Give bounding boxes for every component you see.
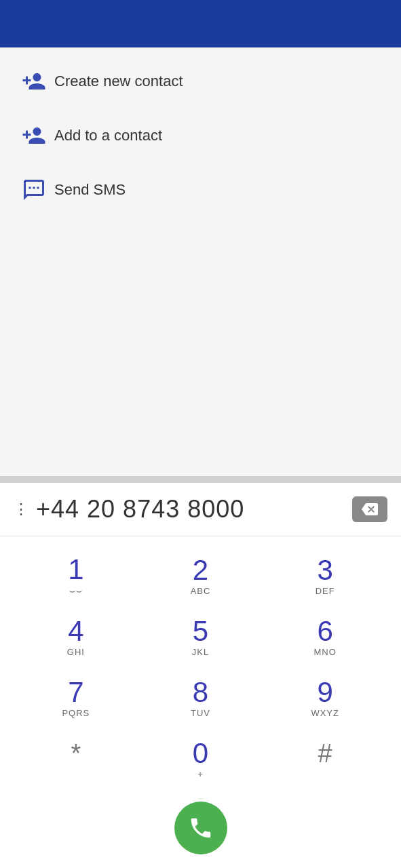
key-8[interactable]: 8 TUV (138, 666, 263, 727)
key-0-number: 0 (193, 739, 208, 768)
keypad: 1 ⌣⌣ 2 ABC 3 DEF 4 GHI 5 JKL 6 MNO 7 PQR… (0, 536, 401, 795)
key-8-number: 8 (193, 678, 208, 707)
phone-number-display: +44 20 8743 8000 (36, 495, 345, 524)
key-6-number: 6 (317, 617, 332, 646)
key-2[interactable]: 2 ABC (138, 543, 263, 605)
add-to-contact-label: Add to a contact (54, 127, 162, 144)
add-to-contact-item[interactable]: Add to a contact (0, 108, 401, 163)
menu-area: Create new contact Add to a contact Send… (0, 47, 401, 476)
key-star-number: * (71, 741, 81, 766)
key-hash-number: # (318, 741, 332, 766)
key-7-number: 7 (68, 678, 83, 707)
key-2-letters: ABC (191, 586, 211, 597)
section-divider (0, 476, 401, 483)
key-1[interactable]: 1 ⌣⌣ (14, 543, 138, 605)
key-3-number: 3 (317, 556, 332, 585)
key-6-letters: MNO (313, 647, 336, 658)
create-new-contact-item[interactable]: Create new contact (0, 54, 401, 108)
create-new-contact-label: Create new contact (54, 73, 183, 90)
key-4[interactable]: 4 GHI (14, 605, 138, 666)
more-options-icon[interactable]: ⋮ (14, 500, 29, 518)
key-2-number: 2 (193, 556, 208, 585)
key-9-number: 9 (317, 678, 332, 707)
key-3-letters: DEF (316, 586, 335, 597)
key-star[interactable]: * (14, 727, 138, 788)
key-3[interactable]: 3 DEF (263, 543, 387, 605)
send-sms-label: Send SMS (54, 181, 126, 199)
key-7[interactable]: 7 PQRS (14, 666, 138, 727)
key-4-number: 4 (68, 617, 83, 646)
backspace-button[interactable] (352, 496, 387, 522)
key-4-letters: GHI (67, 647, 85, 658)
key-5[interactable]: 5 JKL (138, 605, 263, 666)
key-0[interactable]: 0 + (138, 727, 263, 788)
key-1-number: 1 (68, 555, 83, 584)
key-5-number: 5 (193, 617, 208, 646)
add-to-contact-icon (14, 123, 54, 148)
call-button-row (0, 795, 401, 868)
key-5-letters: JKL (192, 647, 209, 658)
key-0-letters: + (197, 769, 204, 780)
dialer-area: ⋮ +44 20 8743 8000 1 ⌣⌣ 2 ABC 3 DEF 4 GH… (0, 483, 401, 868)
add-person-icon (14, 69, 54, 94)
status-bar (0, 0, 401, 47)
call-button[interactable] (174, 802, 227, 854)
send-sms-item[interactable]: Send SMS (0, 163, 401, 217)
key-hash[interactable]: # (263, 727, 387, 788)
key-1-letters: ⌣⌣ (69, 585, 83, 597)
key-7-letters: PQRS (62, 708, 90, 719)
key-9[interactable]: 9 WXYZ (263, 666, 387, 727)
key-9-letters: WXYZ (311, 708, 339, 719)
sms-icon (14, 178, 54, 202)
number-display: ⋮ +44 20 8743 8000 (0, 483, 401, 536)
key-6[interactable]: 6 MNO (263, 605, 387, 666)
key-8-letters: TUV (191, 708, 210, 719)
